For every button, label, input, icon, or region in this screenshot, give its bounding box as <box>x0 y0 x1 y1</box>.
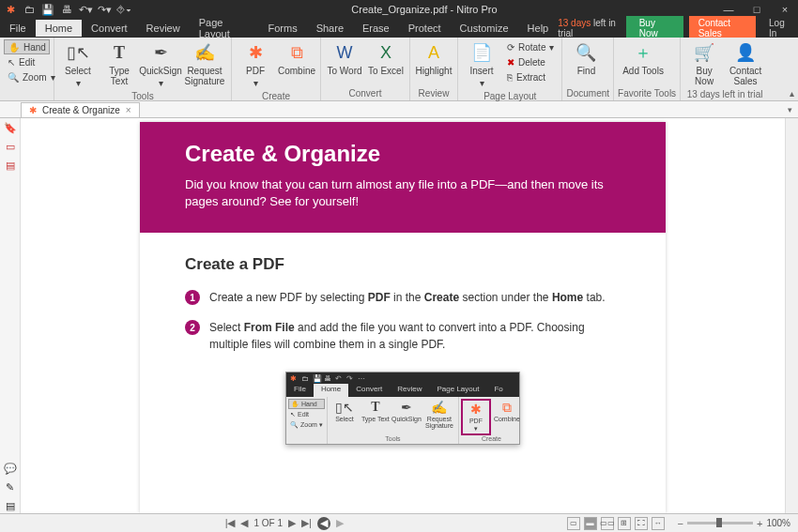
tab-review[interactable]: Review <box>137 20 190 37</box>
quick-access-toolbar: ✱ 🗀 💾 🖶 ↶▾ ↷▾ ⯑▾ <box>4 3 130 16</box>
find-button[interactable]: 🔍Find <box>566 39 606 78</box>
edit-tool[interactable]: ↖Edit <box>4 54 50 69</box>
ribbon-collapse-button[interactable]: ▴ <box>790 88 794 99</box>
redo-icon[interactable]: ↷▾ <box>98 3 111 16</box>
request-signature-button[interactable]: ✍Request Signature <box>182 39 227 88</box>
buy-now-ribbon-button[interactable]: 🛒Buy Now <box>684 39 724 88</box>
view-fit-button[interactable]: ↔ <box>652 517 665 530</box>
step-number-2: 2 <box>185 320 200 335</box>
bookmarks-icon[interactable]: 🔖 <box>4 122 17 135</box>
tab-share[interactable]: Share <box>307 20 353 37</box>
next-page-button[interactable]: ▶ <box>288 517 296 529</box>
tab-help[interactable]: Help <box>518 20 559 37</box>
window-controls: — □ × <box>719 4 794 15</box>
doc-header: Create & Organize Did you know that you … <box>140 122 666 233</box>
step-2: 2 Select From File and add the file you … <box>185 319 621 353</box>
view-single-button[interactable]: ▭ <box>567 517 580 530</box>
highlight-icon: A <box>422 41 445 64</box>
login-button[interactable]: Log In <box>769 18 790 38</box>
attachments-icon[interactable]: ▤ <box>4 160 17 173</box>
vertical-scrollbar[interactable] <box>785 118 798 513</box>
minimize-button[interactable]: — <box>719 4 738 15</box>
document-tab-icon: ✱ <box>29 105 37 115</box>
doc-subtitle: Did you know that you can turn almost an… <box>185 176 621 210</box>
tab-customize[interactable]: Customize <box>451 20 518 37</box>
tabs-dropdown[interactable]: ▾ <box>788 105 792 114</box>
open-icon[interactable]: 🗀 <box>23 3 36 16</box>
tab-forms[interactable]: Forms <box>258 20 306 37</box>
insert-icon: 📄 <box>470 41 493 64</box>
document-tab-close[interactable]: × <box>126 105 131 115</box>
layers-icon[interactable]: ▤ <box>4 500 17 513</box>
group-label-document: Document <box>566 87 609 100</box>
zoom-tool[interactable]: 🔍Zoom ▾ <box>4 69 50 84</box>
tab-home[interactable]: Home <box>36 20 82 37</box>
type-text-icon: T <box>108 41 130 64</box>
ribbon: ✋Hand ↖Edit 🔍Zoom ▾ ▯↖Select▾ TType Text… <box>0 38 798 101</box>
view-fullscreen-button[interactable]: ⛶ <box>635 517 648 530</box>
select-button[interactable]: ▯↖Select▾ <box>58 39 98 90</box>
step-2-text: Select From File and add the file you wa… <box>209 319 621 353</box>
nav-forward-button[interactable]: ▶ <box>336 517 344 529</box>
add-tools-button[interactable]: ＋Add Tools <box>618 39 668 78</box>
zoom-slider[interactable] <box>687 522 753 524</box>
last-page-button[interactable]: ▶| <box>301 517 312 529</box>
group-label-create: Create <box>236 90 316 103</box>
view-facing-cont-button[interactable]: ⊞ <box>618 517 631 530</box>
document-tabs: ✱ Create & Organize × ▾ <box>0 101 798 118</box>
undo-icon[interactable]: ↶▾ <box>79 3 92 16</box>
extract-button[interactable]: ⎘Extract <box>503 69 558 84</box>
person-icon: 👤 <box>734 41 757 64</box>
zoom-level[interactable]: 100% <box>766 518 790 528</box>
save-icon[interactable]: 💾 <box>41 3 54 16</box>
app-icon: ✱ <box>4 3 17 16</box>
combine-button[interactable]: ⧉Combine <box>277 39 316 78</box>
rotate-button[interactable]: ⟳Rotate ▾ <box>503 39 558 54</box>
find-icon: 🔍 <box>575 41 597 64</box>
combine-icon: ⧉ <box>285 41 308 64</box>
comments-icon[interactable]: 💬 <box>4 463 17 476</box>
add-tools-icon: ＋ <box>632 41 654 64</box>
pages-icon[interactable]: ▭ <box>4 141 17 154</box>
hand-tool[interactable]: ✋Hand <box>4 39 50 54</box>
step-1: 1 Create a new PDF by selecting PDF in t… <box>185 289 621 306</box>
tab-erase[interactable]: Erase <box>353 20 399 37</box>
quicksign-button[interactable]: ✒QuickSign▾ <box>141 39 180 90</box>
first-page-button[interactable]: |◀ <box>225 517 236 529</box>
inner-tabs: File Home Convert Review Page Layout Fo <box>286 384 519 397</box>
print-icon[interactable]: 🖶 <box>60 3 73 16</box>
document-tab[interactable]: ✱ Create & Organize × <box>21 102 140 117</box>
signature-icon: ✍ <box>193 41 216 64</box>
zoom-in-button[interactable]: + <box>757 518 762 529</box>
tab-convert[interactable]: Convert <box>82 20 137 37</box>
side-rail: 🔖 ▭ ▤ 💬 ✎ ▤ <box>0 118 21 513</box>
insert-button[interactable]: 📄Insert▾ <box>462 39 501 90</box>
document-viewport[interactable]: Create & Organize Did you know that you … <box>21 118 785 513</box>
group-label-favorite: Favorite Tools <box>618 87 676 100</box>
signatures-icon[interactable]: ✎ <box>4 481 17 494</box>
tab-protect[interactable]: Protect <box>399 20 451 37</box>
group-label-view <box>4 87 50 100</box>
type-text-button[interactable]: TType Text <box>100 39 139 88</box>
trial-indicator: 13 days left in trial <box>558 18 620 38</box>
prev-page-button[interactable]: ◀ <box>240 517 248 529</box>
pdf-button[interactable]: ✱PDF▾ <box>236 39 275 90</box>
zoom-out-button[interactable]: − <box>678 518 683 529</box>
delete-icon: ✖ <box>507 57 514 68</box>
contact-sales-ribbon-button[interactable]: 👤Contact Sales <box>726 39 765 88</box>
inner-screenshot: ✱🗀💾🖶↶↷⋯ File Home Convert Review Page La… <box>285 372 520 445</box>
view-controls: ▭ ▬ ▭▭ ⊞ ⛶ ↔ − + 100% <box>567 517 790 530</box>
maximize-button[interactable]: □ <box>747 4 766 15</box>
nav-back-button[interactable]: ◀ <box>317 517 330 530</box>
qat-more-icon[interactable]: ⯑▾ <box>116 3 130 16</box>
tab-file[interactable]: File <box>0 20 36 37</box>
view-continuous-button[interactable]: ▬ <box>584 517 597 530</box>
highlight-button[interactable]: AHighlight <box>414 39 453 78</box>
to-excel-button[interactable]: XTo Excel <box>366 39 406 78</box>
group-label-tools: Tools <box>58 90 227 103</box>
view-facing-button[interactable]: ▭▭ <box>601 517 614 530</box>
to-word-button[interactable]: WTo Word <box>325 39 364 78</box>
close-button[interactable]: × <box>775 4 794 15</box>
delete-button[interactable]: ✖Delete <box>503 54 558 69</box>
group-label-review: Review <box>414 87 453 100</box>
